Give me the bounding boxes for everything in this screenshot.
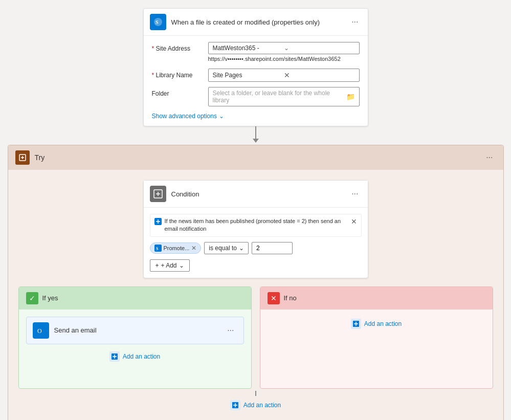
condition-icon: [150, 186, 166, 202]
library-name-value: Site Pages: [213, 72, 284, 79]
condition-close-icon[interactable]: ✕: [351, 217, 357, 226]
send-email-title: Send an email: [54, 326, 219, 334]
send-email-card: O Send an email ···: [26, 317, 244, 344]
svg-text:O: O: [37, 327, 42, 335]
add-chevron-icon: ⌄: [179, 262, 184, 269]
add-condition-row-button[interactable]: + + Add ⌄: [150, 259, 190, 272]
condition-card-header: Condition ···: [144, 181, 368, 208]
site-address-label: Site Address: [152, 42, 208, 52]
arrow-head: [253, 139, 259, 143]
try-bottom-line: [255, 391, 256, 396]
folder-placeholder: Select a folder, or leave blank for the …: [213, 90, 346, 104]
branch-no-body: Add an action: [260, 310, 493, 338]
tag-label: Promote...: [164, 245, 190, 251]
x-icon: ✕: [268, 292, 280, 304]
branch-yes-header: ✓ If yes: [19, 287, 251, 310]
branch-yes: ✓ If yes O Send an email: [18, 286, 252, 389]
condition-card: Condition ··· If the news item has been …: [143, 180, 368, 278]
try-label: Try: [35, 153, 483, 162]
branch-no-label: If no: [284, 294, 297, 302]
add-action-try-icon: [230, 400, 240, 410]
outlook-icon: O: [33, 322, 49, 339]
add-label: + Add: [161, 262, 177, 269]
svg-text:S: S: [156, 247, 159, 251]
sharepoint-trigger-icon: S: [150, 14, 166, 30]
plus-icon: +: [155, 262, 159, 269]
branch-yes-label: If yes: [42, 294, 58, 302]
branch-no-header: ✕ If no: [260, 287, 493, 310]
condition-tag[interactable]: S Promote... ✕: [150, 242, 202, 254]
condition-value-input[interactable]: [252, 242, 293, 254]
site-address-dropdown[interactable]: MattWeston365 - ⌄: [208, 42, 360, 54]
send-email-more-button[interactable]: ···: [224, 325, 237, 336]
try-icon: [15, 150, 30, 165]
folder-input[interactable]: Select a folder, or leave blank for the …: [208, 87, 360, 106]
library-name-clear-icon[interactable]: ✕: [284, 71, 355, 79]
condition-description: If the news item has been published (pro…: [150, 214, 362, 237]
add-action-no-button[interactable]: Add an action: [348, 317, 405, 331]
add-action-yes-icon: [109, 351, 120, 362]
site-address-control: MattWeston365 - ⌄ https://v••••••••.shar…: [208, 42, 360, 63]
library-name-label: Library Name: [152, 69, 208, 79]
branch-yes-body: O Send an email ···: [19, 310, 251, 371]
tag-pill-sharepoint-icon: S: [154, 245, 162, 252]
folder-row: Folder Select a folder, or leave blank f…: [152, 87, 360, 106]
folder-icon: 📁: [346, 93, 355, 101]
branches-row: ✓ If yes O Send an email: [18, 286, 493, 389]
library-name-row: Library Name Site Pages ✕: [152, 69, 360, 82]
equals-dropdown[interactable]: is equal to ⌄: [204, 242, 249, 254]
site-address-row: Site Address MattWeston365 - ⌄ https://v…: [152, 42, 360, 63]
trigger-title: When a file is created or modified (prop…: [171, 18, 349, 26]
branch-no: ✕ If no: [260, 286, 493, 389]
library-name-input[interactable]: Site Pages ✕: [208, 69, 360, 82]
trigger-card: S When a file is created or modified (pr…: [143, 8, 368, 126]
site-address-text: MattWeston365 -: [213, 45, 259, 52]
check-icon: ✓: [26, 292, 38, 304]
try-more-button[interactable]: ···: [483, 152, 496, 163]
site-address-url: https://v••••••••.sharepoint.com/sites/M…: [208, 54, 360, 63]
condition-desc-text: If the news item has been published (pro…: [165, 217, 348, 233]
try-block-body: Condition ··· If the news item has been …: [8, 170, 503, 420]
folder-label: Folder: [152, 87, 208, 97]
library-name-control: Site Pages ✕: [208, 69, 360, 82]
show-advanced-link[interactable]: Show advanced options ⌄: [152, 113, 224, 120]
arrow-line: [255, 126, 256, 139]
svg-text:S: S: [155, 19, 159, 25]
chevron-down-icon: ⌄: [219, 113, 224, 120]
equals-chevron-icon: ⌄: [239, 245, 244, 252]
try-block: Try ··· Condition ···: [8, 145, 504, 420]
add-action-yes-button[interactable]: Add an action: [106, 349, 163, 364]
show-advanced-text: Show advanced options: [152, 113, 217, 120]
add-action-no-icon: [351, 319, 361, 329]
add-action-yes-label: Add an action: [123, 353, 160, 360]
chevron-down-icon: ⌄: [284, 45, 355, 52]
trigger-card-header: S When a file is created or modified (pr…: [144, 9, 368, 36]
condition-more-button[interactable]: ···: [348, 188, 361, 200]
tag-close-icon[interactable]: ✕: [191, 245, 196, 252]
condition-card-body: If the news item has been published (pro…: [144, 208, 368, 278]
site-address-value: MattWeston365 -: [213, 45, 284, 52]
try-block-header: Try ···: [8, 145, 503, 170]
trigger-more-button[interactable]: ···: [348, 16, 361, 28]
condition-title: Condition: [171, 190, 349, 198]
folder-control: Select a folder, or leave blank for the …: [208, 87, 360, 106]
try-bottom-add-action: Add an action: [18, 391, 493, 412]
add-action-try-bottom-button[interactable]: Add an action: [227, 398, 284, 412]
show-advanced-options[interactable]: Show advanced options ⌄: [152, 112, 360, 120]
condition-row: S Promote... ✕ is equal to ⌄: [150, 242, 362, 254]
canvas: S When a file is created or modified (pr…: [0, 0, 511, 420]
equals-label: is equal to: [209, 245, 237, 252]
condition-desc-icon: [154, 218, 162, 227]
trigger-card-body: Site Address MattWeston365 - ⌄ https://v…: [144, 36, 368, 126]
add-action-no-label: Add an action: [364, 320, 402, 327]
trigger-to-try-arrow: [253, 126, 259, 145]
add-action-try-label: Add an action: [243, 402, 281, 409]
